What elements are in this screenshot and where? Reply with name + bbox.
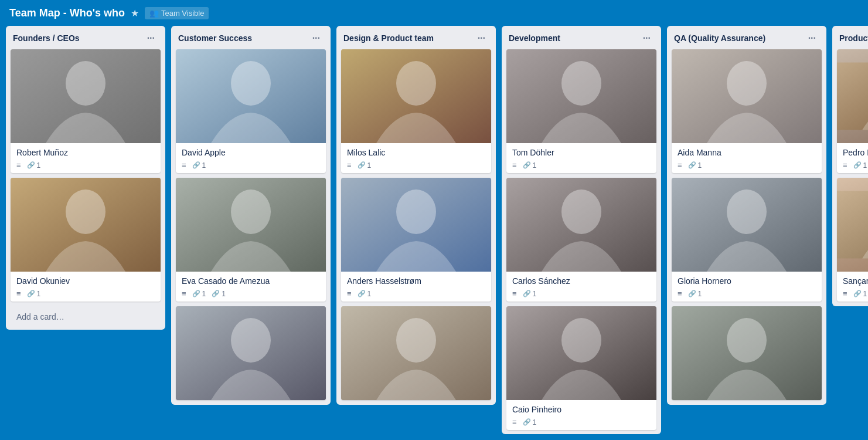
- card-meta: ≡🔗1🔗1: [182, 289, 320, 298]
- card-attachment-indicator: 🔗1: [523, 161, 537, 170]
- card-attachment-indicator: 🔗1: [688, 290, 702, 298]
- card[interactable]: [672, 306, 822, 400]
- column-title-development: Development: [509, 33, 560, 43]
- card[interactable]: Milos Lalic≡🔗1: [341, 49, 491, 173]
- board-title: Team Map - Who's who: [9, 7, 125, 19]
- svg-point-15: [396, 318, 436, 363]
- card-meta: ≡🔗1: [16, 161, 155, 170]
- column-menu-button[interactable]: ···: [805, 32, 819, 45]
- board-canvas: Founders / CEOs··· Robert Muñoz≡🔗1: [0, 26, 868, 440]
- card-name: Carlos Sánchez: [512, 276, 651, 286]
- card[interactable]: Robert Muñoz≡🔗1: [11, 49, 161, 173]
- card-meta: ≡🔗1: [843, 289, 868, 298]
- card-body: Gloria Hornero≡🔗1: [672, 272, 822, 302]
- column-founders: Founders / CEOs··· Robert Muñoz≡🔗1: [6, 26, 165, 330]
- star-icon[interactable]: ★: [131, 8, 139, 19]
- card-body: Pedro Ma…≡🔗1: [837, 143, 868, 173]
- card[interactable]: Pedro Ma…≡🔗1: [837, 49, 868, 173]
- column-qa: QA (Quality Assurance)···✏ Aida Manna≡🔗1: [667, 26, 826, 405]
- card-body: Carlos Sánchez≡🔗1: [506, 272, 656, 302]
- card-description-indicator: ≡: [16, 289, 21, 298]
- card-body: Caio Pinheiro≡🔗1: [506, 400, 656, 430]
- card-description-indicator: ≡: [182, 161, 186, 170]
- card-name: Pedro Ma…: [843, 148, 868, 157]
- card-meta: ≡🔗1: [512, 161, 651, 170]
- card[interactable]: Carlos Sánchez≡🔗1: [506, 178, 656, 302]
- card-attachment-indicator: 🔗1: [192, 161, 206, 170]
- card-description-indicator: ≡: [843, 289, 847, 298]
- column-content-founders: Robert Muñoz≡🔗1 David Okuniev≡🔗1: [6, 49, 165, 306]
- card-meta: ≡🔗1: [347, 289, 485, 298]
- svg-point-19: [561, 189, 601, 234]
- card[interactable]: Anders Hasselstrøm≡🔗1: [341, 178, 491, 302]
- card-photo: [341, 49, 491, 143]
- card-meta: ≡🔗1: [678, 289, 816, 298]
- svg-rect-30: [837, 191, 868, 259]
- column-content-design-product: Milos Lalic≡🔗1 Anders Hasselstrøm≡🔗1: [336, 49, 496, 405]
- card[interactable]: [176, 306, 326, 400]
- card-attachment-indicator: 🔗1: [523, 290, 537, 298]
- card-description-indicator: ≡: [347, 161, 352, 170]
- card-name: David Apple: [182, 148, 320, 157]
- column-menu-button[interactable]: ···: [144, 32, 158, 45]
- column-header-qa: QA (Quality Assurance)···: [667, 26, 826, 49]
- card-attachment-indicator: 🔗1: [192, 290, 206, 298]
- card-body: Tom Döhler≡🔗1: [506, 143, 656, 173]
- column-menu-button[interactable]: ···: [639, 32, 654, 45]
- card-photo: [506, 49, 656, 143]
- card-photo: [176, 306, 326, 400]
- svg-point-21: [561, 318, 601, 363]
- svg-point-25: [727, 189, 767, 234]
- card-attachment-indicator: 🔗1: [358, 161, 372, 170]
- card-meta: ≡🔗1: [678, 161, 816, 170]
- card-attachment-indicator: 🔗1: [853, 161, 867, 170]
- card-description-indicator: ≡: [16, 161, 21, 170]
- card-meta: ≡🔗1: [182, 161, 320, 170]
- card-description-indicator: ≡: [182, 289, 186, 298]
- column-customer-success: Customer Success··· David Apple≡🔗1: [171, 26, 331, 405]
- card[interactable]: ✏ Aida Manna≡🔗1: [672, 49, 822, 173]
- card-photo: [176, 178, 326, 272]
- svg-point-23: [727, 61, 767, 106]
- column-title-qa: QA (Quality Assurance): [674, 33, 765, 43]
- card-name: Robert Muñoz: [16, 148, 155, 157]
- card-attachment-indicator: 🔗1: [853, 290, 867, 298]
- svg-point-27: [727, 318, 767, 363]
- column-header-design-product: Design & Product team···: [336, 26, 496, 49]
- column-title-design-product: Design & Product team: [343, 33, 434, 43]
- card[interactable]: David Apple≡🔗1: [176, 49, 326, 173]
- card[interactable]: David Okuniev≡🔗1: [11, 178, 161, 302]
- visibility-badge[interactable]: 👥 Team Visible: [145, 7, 209, 19]
- card-attachment-indicator: 🔗1: [27, 161, 41, 170]
- svg-point-7: [231, 189, 271, 234]
- card[interactable]: [341, 306, 491, 400]
- card-photo: [341, 178, 491, 272]
- card[interactable]: Caio Pinheiro≡🔗1: [506, 306, 656, 430]
- card[interactable]: Gloria Hornero≡🔗1: [672, 178, 822, 302]
- visibility-icon: 👥: [149, 9, 159, 18]
- add-card-button[interactable]: Add a card…: [11, 309, 161, 325]
- card[interactable]: Sançar S…≡🔗1: [837, 178, 868, 302]
- card-name: Sançar S…: [843, 276, 868, 286]
- column-title-founders: Founders / CEOs: [13, 33, 80, 43]
- card-name: David Okuniev: [16, 276, 155, 286]
- column-header-development: Development···: [502, 26, 661, 49]
- column-menu-button[interactable]: ···: [474, 32, 489, 45]
- card-description-indicator: ≡: [512, 418, 517, 427]
- column-content-product: Pedro Ma…≡🔗1 Sançar S…≡🔗1: [832, 49, 868, 306]
- card-photo: [11, 49, 161, 143]
- column-header-founders: Founders / CEOs···: [6, 26, 165, 49]
- card-attachment-indicator: 🔗1: [27, 290, 41, 298]
- card-photo: [672, 49, 822, 143]
- column-product: Product &··· Pedro Ma…≡🔗1: [832, 26, 868, 306]
- card-body: Eva Casado de Amezua≡🔗1🔗1: [176, 272, 326, 302]
- column-header-product: Product &···: [832, 26, 868, 49]
- column-menu-button[interactable]: ···: [309, 32, 324, 45]
- card-attachment-indicator: 🔗1: [358, 290, 372, 298]
- card[interactable]: Eva Casado de Amezua≡🔗1🔗1: [176, 178, 326, 302]
- column-development: Development··· Tom Döhler≡🔗1: [502, 26, 661, 434]
- card-body: David Okuniev≡🔗1: [11, 272, 161, 302]
- card-attachment-indicator: 🔗1: [688, 161, 702, 170]
- card[interactable]: Tom Döhler≡🔗1: [506, 49, 656, 173]
- card-body: Robert Muñoz≡🔗1: [11, 143, 161, 173]
